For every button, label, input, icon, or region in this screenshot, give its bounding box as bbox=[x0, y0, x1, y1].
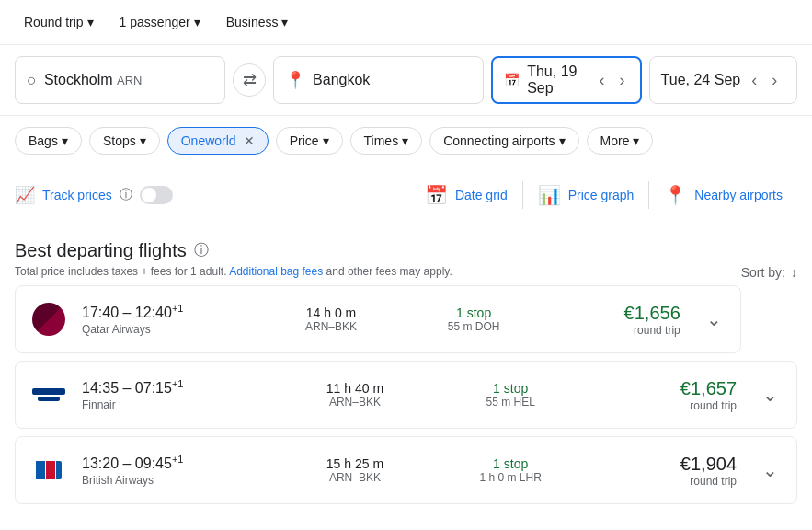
destination-input[interactable]: 📍 Bangkok bbox=[273, 56, 484, 104]
return-date-input[interactable]: Tue, 24 Sep ‹ › bbox=[649, 56, 797, 104]
flight-route: ARN–BKK bbox=[267, 320, 395, 333]
filter-price-label: Price bbox=[290, 133, 319, 148]
airline-logo bbox=[30, 452, 67, 489]
stops-count: 1 stop bbox=[440, 456, 581, 471]
stops-count: 1 stop bbox=[410, 305, 538, 320]
flight-price: €1,657 round trip bbox=[596, 378, 737, 412]
filter-price[interactable]: Price ▾ bbox=[276, 127, 343, 155]
flight-duration: 11 h 40 m ARN–BKK bbox=[284, 381, 425, 409]
stop-detail: 55 m HEL bbox=[440, 396, 581, 409]
next-date-button[interactable]: › bbox=[616, 67, 629, 94]
price-graph-icon: 📊 bbox=[538, 184, 561, 206]
flight-time-range: 13:20 – 09:45+1 bbox=[82, 454, 269, 472]
price-type: round trip bbox=[596, 475, 737, 488]
track-prices-toggle[interactable] bbox=[140, 186, 173, 204]
flight-card[interactable]: 17:40 – 12:40+1 Qatar Airways 14 h 0 m A… bbox=[15, 285, 741, 353]
date-grid-icon: 📅 bbox=[425, 184, 448, 206]
airline-name: Qatar Airways bbox=[82, 323, 252, 336]
price-amount: €1,657 bbox=[596, 378, 737, 399]
cabin-button[interactable]: Business ▾ bbox=[217, 9, 298, 35]
origin-circle-icon: ○ bbox=[27, 71, 37, 90]
passengers-label: 1 passenger bbox=[120, 15, 190, 29]
nearby-airports-button[interactable]: 📍 Nearby airports bbox=[649, 177, 797, 213]
close-icon[interactable]: ✕ bbox=[244, 133, 255, 148]
passengers-chevron: ▾ bbox=[194, 15, 200, 29]
search-bar: ○ Stockholm ARN ⇄ 📍 Bangkok 📅 Thu, 19 Se… bbox=[0, 45, 812, 116]
prev-date-button[interactable]: ‹ bbox=[596, 67, 609, 94]
flight-route: ARN–BKK bbox=[284, 471, 425, 484]
price-graph-button[interactable]: 📊 Price graph bbox=[523, 177, 649, 213]
filter-oneworld-label: Oneworld bbox=[181, 133, 236, 148]
nearby-airports-icon: 📍 bbox=[664, 184, 687, 206]
bag-fees-link[interactable]: Additional bag fees bbox=[229, 265, 323, 278]
passengers-button[interactable]: 1 passenger ▾ bbox=[110, 9, 210, 35]
flight-times: 17:40 – 12:40+1 Qatar Airways bbox=[82, 303, 252, 336]
destination-city: Bangkok bbox=[313, 72, 370, 88]
price-amount: €1,904 bbox=[596, 454, 737, 475]
filter-stops-label: Stops bbox=[103, 133, 136, 148]
date-grid-button[interactable]: 📅 Date grid bbox=[410, 177, 522, 213]
cabin-label: Business bbox=[226, 15, 279, 29]
sort-icon[interactable]: ↕ bbox=[791, 265, 797, 280]
track-prices-info-icon[interactable]: ⓘ bbox=[120, 187, 132, 203]
flight-route: ARN–BKK bbox=[284, 396, 425, 409]
flight-times: 13:20 – 09:45+1 British Airways bbox=[82, 454, 269, 487]
duration-time: 11 h 40 m bbox=[284, 381, 425, 396]
filter-connecting-airports[interactable]: Connecting airports ▾ bbox=[429, 127, 578, 155]
prev-return-button[interactable]: ‹ bbox=[748, 67, 761, 94]
results-title-row: Best departing flights ⓘ bbox=[15, 240, 797, 261]
results-subtitle: Total price includes taxes + fees for 1 … bbox=[15, 265, 797, 278]
track-prices-chart-icon: 📈 bbox=[15, 185, 35, 205]
calendar-icon: 📅 bbox=[504, 73, 520, 87]
track-prices-section: 📈 Track prices ⓘ bbox=[15, 185, 173, 205]
filter-bags-label: Bags bbox=[29, 133, 58, 148]
airline-name: British Airways bbox=[82, 474, 269, 487]
origin-input[interactable]: ○ Stockholm ARN bbox=[15, 56, 225, 104]
origin-city: Stockholm ARN bbox=[44, 72, 143, 88]
expand-button[interactable]: ⌄ bbox=[703, 305, 726, 334]
price-amount: €1,656 bbox=[553, 303, 680, 324]
price-type: round trip bbox=[596, 399, 737, 412]
next-return-button[interactable]: › bbox=[768, 67, 781, 94]
chevron-down-icon: ▾ bbox=[633, 133, 639, 148]
airline-logo bbox=[30, 301, 67, 338]
filter-bar: Bags ▾ Stops ▾ Oneworld ✕ Price ▾ Times … bbox=[0, 116, 812, 166]
flight-card[interactable]: 14:35 – 07:15+1 Finnair 11 h 40 m ARN–BK… bbox=[15, 361, 797, 429]
top-bar: Round trip ▾ 1 passenger ▾ Business ▾ bbox=[0, 0, 812, 45]
chevron-down-icon: ▾ bbox=[323, 133, 329, 148]
chevron-down-icon: ▾ bbox=[62, 133, 68, 148]
actions-bar: 📈 Track prices ⓘ 📅 Date grid 📊 Price gra… bbox=[0, 166, 812, 225]
flight-duration: 15 h 25 m ARN–BKK bbox=[284, 456, 425, 484]
flight-price: €1,904 round trip bbox=[596, 454, 737, 488]
flight-card[interactable]: 13:20 – 09:45+1 British Airways 15 h 25 … bbox=[15, 436, 797, 504]
stops-count: 1 stop bbox=[440, 381, 581, 396]
flight-price: €1,656 round trip bbox=[553, 303, 680, 337]
expand-button[interactable]: ⌄ bbox=[759, 380, 782, 409]
destination-pin-icon: 📍 bbox=[285, 70, 305, 90]
flight-stops: 1 stop 55 m HEL bbox=[440, 381, 581, 409]
filter-oneworld[interactable]: Oneworld ✕ bbox=[167, 127, 269, 155]
swap-button[interactable]: ⇄ bbox=[233, 63, 266, 97]
results-info-icon[interactable]: ⓘ bbox=[194, 241, 209, 260]
filter-bags[interactable]: Bags ▾ bbox=[15, 127, 82, 155]
swap-icon: ⇄ bbox=[243, 70, 257, 90]
stop-detail: 1 h 0 m LHR bbox=[440, 471, 581, 484]
flight-time-range: 14:35 – 07:15+1 bbox=[82, 378, 269, 397]
track-prices-label: Track prices bbox=[42, 188, 112, 202]
sort-label: Sort by: bbox=[741, 265, 785, 280]
flight-stops: 1 stop 55 m DOH bbox=[410, 305, 538, 333]
filter-more[interactable]: More ▾ bbox=[587, 127, 654, 155]
trip-type-button[interactable]: Round trip ▾ bbox=[15, 9, 103, 35]
departure-date-input[interactable]: 📅 Thu, 19 Sep ‹ › bbox=[491, 56, 641, 104]
duration-time: 14 h 0 m bbox=[267, 305, 395, 320]
filter-connecting-airports-label: Connecting airports bbox=[443, 133, 555, 148]
date-grid-label: Date grid bbox=[455, 188, 508, 202]
stop-detail: 55 m DOH bbox=[410, 320, 538, 333]
flights-list: 17:40 – 12:40+1 Qatar Airways 14 h 0 m A… bbox=[15, 285, 797, 504]
filter-stops[interactable]: Stops ▾ bbox=[89, 127, 160, 155]
filter-times[interactable]: Times ▾ bbox=[350, 127, 423, 155]
expand-button[interactable]: ⌄ bbox=[759, 455, 782, 485]
trip-type-chevron: ▾ bbox=[87, 15, 94, 29]
filter-times-label: Times bbox=[364, 133, 399, 148]
filter-more-label: More bbox=[600, 133, 630, 148]
